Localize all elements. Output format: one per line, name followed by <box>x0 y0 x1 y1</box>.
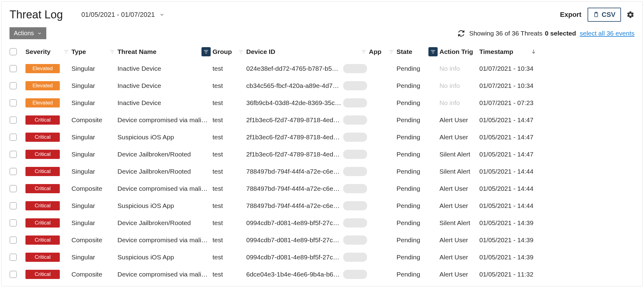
row-checkbox[interactable] <box>10 236 17 244</box>
row-checkbox-cell <box>10 185 25 192</box>
row-checkbox[interactable] <box>10 219 17 227</box>
filter-icon <box>361 49 369 55</box>
row-checkbox[interactable] <box>10 168 17 175</box>
row-checkbox[interactable] <box>10 116 17 124</box>
action-trigger-cell: Alert User <box>439 185 479 192</box>
column-severity[interactable]: Severity <box>25 48 71 55</box>
type-cell: Composite <box>71 271 117 278</box>
export-csv-button[interactable]: CSV <box>588 8 621 22</box>
app-badge <box>343 64 367 73</box>
row-checkbox[interactable] <box>10 202 17 209</box>
timestamp-cell: 01/05/2021 - 14:47 <box>479 116 538 124</box>
gear-icon[interactable] <box>627 11 634 19</box>
type-cell: Singular <box>71 168 117 175</box>
table-row[interactable]: Critical Singular Suspicious iOS App tes… <box>2 129 642 146</box>
column-group[interactable]: Group <box>213 48 246 55</box>
row-checkbox[interactable] <box>10 151 17 158</box>
action-trigger-cell: No info <box>439 99 479 107</box>
table-row[interactable]: Critical Singular Suspicious iOS App tes… <box>2 249 642 266</box>
column-timestamp-label: Timestamp <box>479 48 513 55</box>
select-all-checkbox[interactable] <box>10 48 17 55</box>
row-checkbox-cell <box>10 219 25 227</box>
row-checkbox[interactable] <box>10 82 17 89</box>
table-row[interactable]: Elevated Singular Inactive Device test 3… <box>2 94 642 111</box>
row-checkbox[interactable] <box>10 185 17 192</box>
row-checkbox[interactable] <box>10 65 17 72</box>
table-row[interactable]: Critical Composite Device compromised vi… <box>2 180 642 197</box>
app-badge <box>343 218 367 228</box>
type-cell: Composite <box>71 185 117 192</box>
column-app[interactable]: App <box>369 48 397 55</box>
severity-cell: Critical <box>25 218 71 228</box>
app-badge <box>343 184 367 193</box>
app-badge <box>343 115 367 125</box>
table-row[interactable]: Critical Singular Device Jailbroken/Root… <box>2 163 642 180</box>
row-checkbox-cell <box>10 65 25 72</box>
group-cell: test <box>213 82 246 89</box>
column-threat-name[interactable]: Threat Name <box>117 48 213 55</box>
filter-active-icon[interactable] <box>201 47 211 56</box>
svg-rect-9 <box>205 51 208 52</box>
group-cell: test <box>213 202 246 209</box>
row-checkbox[interactable] <box>10 134 17 141</box>
row-checkbox[interactable] <box>10 99 17 107</box>
row-checkbox[interactable] <box>10 254 17 261</box>
severity-cell: Critical <box>25 184 71 193</box>
severity-cell: Critical <box>25 235 71 245</box>
date-range-picker[interactable]: 01/05/2021 - 01/07/2021 <box>81 11 165 19</box>
severity-cell: Elevated <box>25 64 71 73</box>
device-cell: 788497bd-794f-44f4-a72e-c6ee7.. <box>246 167 369 176</box>
svg-rect-6 <box>111 51 114 52</box>
severity-badge: Critical <box>25 201 60 210</box>
app-badge <box>343 167 367 176</box>
severity-badge: Elevated <box>25 98 60 107</box>
svg-rect-11 <box>239 50 243 51</box>
table-row[interactable]: Critical Composite Device compromised vi… <box>2 111 642 129</box>
column-threat-name-label: Threat Name <box>117 48 156 55</box>
device-id-text: 2f1b3ec6-f2d7-4789-8718-4ed7f.. <box>246 116 341 124</box>
device-cell: 2f1b3ec6-f2d7-4789-8718-4ed7f.. <box>246 133 369 142</box>
showing-text: Showing 36 of 36 Threats <box>469 30 542 37</box>
type-cell: Composite <box>71 116 117 124</box>
type-cell: Singular <box>71 134 117 141</box>
row-checkbox-cell <box>10 116 25 124</box>
device-cell: 788497bd-794f-44f4-a72e-c6ee7.. <box>246 201 369 210</box>
filter-icon <box>63 49 71 55</box>
column-type-label: Type <box>71 48 86 55</box>
column-type[interactable]: Type <box>71 48 117 55</box>
threat-table: Severity Type Threat Name Group <box>2 43 642 283</box>
column-action-trigger[interactable]: Action Trig <box>439 48 479 55</box>
table-row[interactable]: Critical Singular Device Jailbroken/Root… <box>2 214 642 232</box>
svg-rect-18 <box>390 51 393 52</box>
column-timestamp[interactable]: Timestamp <box>479 48 538 55</box>
column-device-id[interactable]: Device ID <box>246 48 369 55</box>
app-badge <box>343 235 367 245</box>
svg-rect-22 <box>432 53 434 53</box>
filter-icon <box>389 49 397 55</box>
row-checkbox-cell <box>10 82 25 89</box>
device-cell: 2f1b3ec6-f2d7-4789-8718-4ed7f.. <box>246 150 369 159</box>
filter-active-icon[interactable] <box>428 47 438 56</box>
column-state[interactable]: State <box>397 48 439 55</box>
row-checkbox[interactable] <box>10 271 17 278</box>
timestamp-cell: 01/05/2021 - 14:39 <box>479 219 538 227</box>
action-trigger-cell: Silent Alert <box>439 219 479 227</box>
refresh-icon[interactable] <box>458 30 465 37</box>
table-row[interactable]: Critical Composite Device compromised vi… <box>2 232 642 249</box>
threat-name-cell: Device compromised via malicio… <box>117 116 213 124</box>
device-id-text: 6dce04e3-1b4e-46e6-9b4a-b649.. <box>246 271 341 278</box>
table-row[interactable]: Elevated Singular Inactive Device test c… <box>2 77 642 94</box>
device-cell: 6dce04e3-1b4e-46e6-9b4a-b649.. <box>246 270 369 279</box>
timestamp-cell: 01/05/2021 - 14:47 <box>479 151 538 158</box>
select-all-link[interactable]: select all 36 events <box>580 30 634 37</box>
severity-badge: Elevated <box>25 81 60 90</box>
table-row[interactable]: Elevated Singular Inactive Device test 0… <box>2 60 642 77</box>
table-row[interactable]: Critical Composite Device compromised vi… <box>2 266 642 283</box>
device-id-text: 2f1b3ec6-f2d7-4789-8718-4ed7f.. <box>246 151 341 158</box>
severity-badge: Critical <box>25 150 60 159</box>
actions-button[interactable]: Actions <box>10 27 46 39</box>
threat-name-cell: Inactive Device <box>117 65 213 72</box>
page-title: Threat Log <box>10 8 63 21</box>
table-row[interactable]: Critical Singular Suspicious iOS App tes… <box>2 197 642 214</box>
table-row[interactable]: Critical Singular Device Jailbroken/Root… <box>2 146 642 163</box>
